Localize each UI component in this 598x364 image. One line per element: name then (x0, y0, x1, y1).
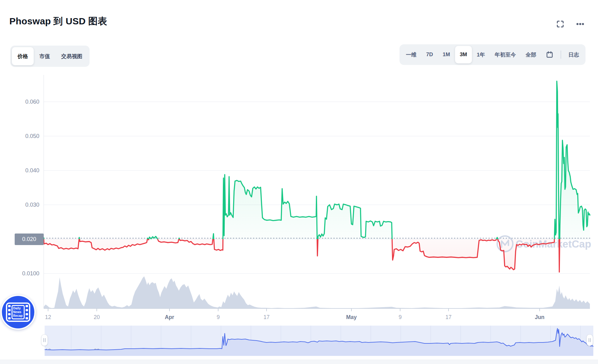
range-all-button[interactable]: 全部 (521, 46, 541, 63)
range-divider (561, 51, 561, 59)
x-tick-label: 17 (445, 314, 451, 320)
news-badge-line: Recap (13, 314, 24, 318)
navigator[interactable]: 1220Apr917May917Jun (45, 326, 593, 356)
tab-price[interactable]: 价格 (12, 47, 34, 65)
y-tick-label: 0.040 (25, 167, 39, 174)
header-actions (554, 17, 587, 31)
y-tick-label: 0.060 (25, 99, 39, 105)
tab-tradingview[interactable]: 交易视图 (56, 47, 88, 65)
range-1m-button[interactable]: 1M (438, 46, 455, 63)
navigator-left-handle[interactable] (41, 334, 48, 346)
x-tick-label: Apr (165, 314, 174, 320)
film-screen: Daily News Recap (12, 305, 25, 319)
time-range-bar: 一维 7D 1M 3M 1年 年初至今 全部 日志 (399, 44, 586, 65)
range-1d-button[interactable]: 一维 (401, 46, 421, 63)
volume-area (44, 276, 590, 308)
fullscreen-icon (556, 20, 565, 28)
x-tick-label: May (346, 314, 357, 320)
chart-type-tabs: 价格 市值 交易视图 (10, 46, 90, 67)
x-tick-label: 9 (399, 314, 402, 320)
range-3m-button[interactable]: 3M (455, 46, 472, 63)
range-1y-button[interactable]: 1年 (472, 46, 490, 63)
x-tick-label: Jun (535, 314, 544, 320)
chart-axes: 1220Apr917May917Jun (45, 308, 544, 320)
ellipsis-icon (576, 19, 585, 29)
fullscreen-button[interactable] (554, 17, 567, 31)
x-tick-label: 17 (263, 314, 269, 320)
x-tick-label: 20 (94, 314, 100, 320)
y-tick-label: 0.050 (25, 133, 39, 139)
y-tick-label: 0.030 (25, 202, 39, 208)
calendar-icon (546, 51, 553, 58)
bottom-strip (0, 360, 598, 364)
y-tick-label: 0.0100 (22, 270, 39, 277)
page-title: Phoswap 到 USD 图表 (9, 15, 107, 28)
film-strip-icon: Daily News Recap (6, 303, 30, 322)
baseline-price-badge: 0.020 (15, 234, 44, 245)
more-options-button[interactable] (574, 17, 587, 31)
price-chart-widget: 1220Apr917May917Jun 0.0600.0500.0400.030… (0, 0, 598, 364)
navigator-right-handle[interactable] (586, 334, 593, 346)
x-tick-label: 9 (217, 314, 220, 320)
range-ytd-button[interactable]: 年初至今 (490, 46, 521, 63)
chart-grid: 0.0600.0500.0400.0300.0100 (22, 75, 590, 308)
volume-series (44, 276, 590, 308)
news-badge-line: News (13, 310, 24, 314)
daily-news-recap-badge[interactable]: Daily News Recap (1, 295, 36, 330)
calendar-button[interactable] (541, 46, 558, 63)
news-badge-line: Daily (13, 307, 24, 310)
tab-market-cap[interactable]: 市值 (34, 47, 56, 65)
range-7d-button[interactable]: 7D (422, 46, 438, 63)
log-scale-button[interactable]: 日志 (564, 46, 584, 63)
x-tick-label: 12 (45, 314, 51, 320)
